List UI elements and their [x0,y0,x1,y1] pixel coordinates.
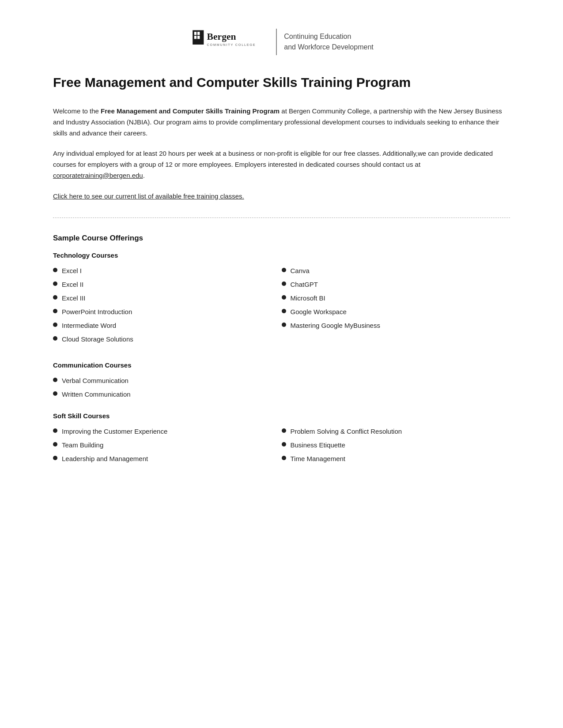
list-item: ChatGPT [282,280,510,289]
bullet-icon [282,442,286,447]
list-item: Cloud Storage Solutions [53,334,282,344]
tagline-line1: Continuing Education [284,31,373,42]
college-tagline: Continuing Education and Workforce Devel… [284,31,373,53]
header-divider [276,29,277,55]
soft-skill-list: Improving the Customer Experience Team B… [53,427,510,468]
list-item: Improving the Customer Experience [53,427,282,436]
intro-bold: Free Management and Computer Skills Trai… [101,107,280,115]
courses-section: Sample Course Offerings Technology Cours… [53,234,510,468]
list-item: Leadership and Management [53,454,282,463]
svg-text:COMMUNITY  COLLEGE: COMMUNITY COLLEGE [207,43,256,47]
college-logo: Bergen COMMUNITY COLLEGE [189,26,269,57]
page-title: Free Management and Computer Skills Trai… [53,75,510,90]
soft-skill-course-group: Soft Skill Courses Improving the Custome… [53,412,510,468]
bullet-icon [53,295,57,300]
list-item: Microsoft BI [282,293,510,303]
bullet-icon [282,281,286,286]
svg-rect-5 [197,36,200,39]
list-item: Time Management [282,454,510,463]
list-item: Problem Solving & Conflict Resolution [282,427,510,436]
list-item: Excel III [53,293,282,303]
technology-left-column: Excel I Excel II Excel III PowerPoint In… [53,266,282,348]
bullet-icon [282,456,286,460]
svg-text:Bergen: Bergen [207,31,236,42]
bullet-icon [282,309,286,313]
communication-list: Verbal Communication Written Communicati… [53,376,510,399]
list-item: Team Building [53,440,282,450]
bullet-icon [53,281,57,286]
list-item: Intermediate Word [53,321,282,330]
technology-sub-heading: Technology Courses [53,251,510,259]
bullet-icon [53,456,57,460]
svg-rect-4 [194,36,196,39]
list-item: Excel I [53,266,282,275]
click-here-link-paragraph: Click here to see our current list of av… [53,191,510,202]
bullet-icon [53,378,57,382]
list-item: Canva [282,266,510,275]
list-item: Written Communication [53,390,510,399]
bullet-icon [53,391,57,396]
technology-right-column: Canva ChatGPT Microsoft BI Google Worksp… [282,266,510,348]
svg-rect-2 [194,32,196,35]
courses-section-heading: Sample Course Offerings [53,234,510,243]
list-item: PowerPoint Introduction [53,307,282,316]
click-here-link[interactable]: Click here to see our current list of av… [53,192,244,200]
bullet-icon [53,442,57,447]
soft-skill-left-column: Improving the Customer Experience Team B… [53,427,282,468]
list-item: Mastering Google MyBusiness [282,321,510,330]
bullet-icon [53,309,57,313]
section-divider [53,218,510,218]
tagline-line2: and Workforce Development [284,42,373,53]
bullet-icon [282,428,286,433]
logo-area: Bergen COMMUNITY COLLEGE Continuing Educ… [189,26,373,57]
bullet-icon [53,323,57,327]
bullet-icon [282,295,286,300]
soft-skill-sub-heading: Soft Skill Courses [53,412,510,420]
bullet-icon [282,323,286,327]
header: Bergen COMMUNITY COLLEGE Continuing Educ… [53,26,510,57]
bullet-icon [53,428,57,433]
technology-course-group: Technology Courses Excel I Excel II Exce… [53,251,510,348]
list-item: Business Etiquette [282,440,510,450]
bullet-icon [282,268,286,272]
soft-skill-right-column: Problem Solving & Conflict Resolution Bu… [282,427,510,468]
intro-paragraph-1: Welcome to the Free Management and Compu… [53,106,510,139]
list-item: Google Workspace [282,307,510,316]
svg-rect-3 [197,32,200,35]
list-item: Verbal Communication [53,376,510,385]
bullet-icon [53,268,57,272]
bullet-icon [53,336,57,341]
email-link[interactable]: corporatetraining@bergen.edu [53,172,143,179]
communication-sub-heading: Communication Courses [53,361,510,369]
technology-list: Excel I Excel II Excel III PowerPoint In… [53,266,510,348]
intro-paragraph-2: Any individual employed for at least 20 … [53,148,510,181]
communication-course-group: Communication Courses Verbal Communicati… [53,361,510,399]
list-item: Excel II [53,280,282,289]
